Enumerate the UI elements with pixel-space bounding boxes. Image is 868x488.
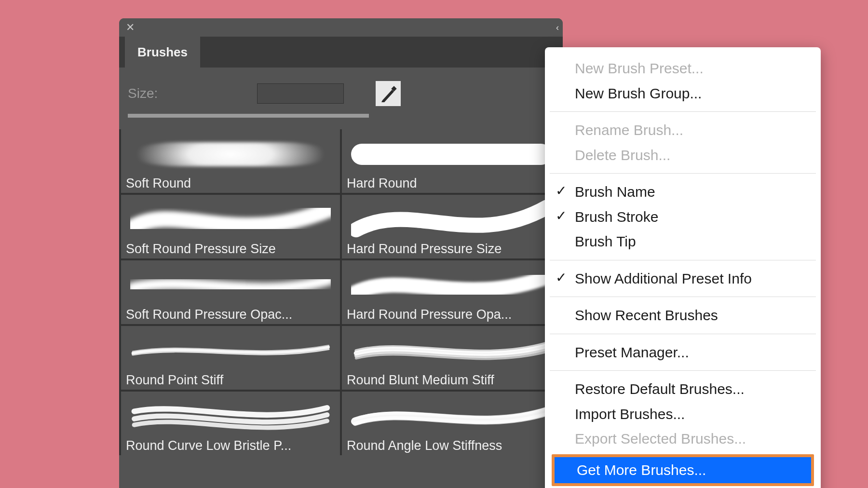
menu-item[interactable]: Show Additional Preset Info	[545, 266, 821, 291]
brush-label: Hard Round Pressure Size	[347, 242, 556, 257]
menu-separator	[550, 173, 816, 174]
menu-item[interactable]: Brush Name	[545, 179, 821, 204]
menu-item[interactable]: Preset Manager...	[545, 340, 821, 365]
menu-separator	[550, 334, 816, 334]
brush-stroke-preview	[126, 329, 335, 373]
brush-preset[interactable]: Round Blunt Medium Stiff	[342, 326, 561, 390]
brush-label: Hard Round Pressure Opa...	[347, 307, 556, 322]
menu-item: New Brush Preset...	[545, 56, 821, 81]
brush-preset[interactable]: Hard Round Pressure Opa...	[342, 260, 561, 324]
tab-label: Brushes	[137, 45, 188, 60]
menu-separator	[550, 370, 816, 371]
menu-item: Delete Brush...	[545, 143, 821, 168]
menu-separator	[550, 260, 816, 260]
brush-label: Hard Round	[347, 176, 556, 191]
menu-item-get-more-brushes[interactable]: Get More Brushes...	[555, 457, 811, 483]
menu-separator	[550, 111, 816, 112]
brush-label: Round Curve Low Bristle P...	[126, 438, 335, 453]
close-icon[interactable]: ✕	[126, 21, 135, 34]
brush-preset[interactable]: Soft Round Pressure Opac...	[121, 260, 340, 324]
brush-label: Round Point Stiff	[126, 373, 335, 388]
menu-item[interactable]: New Brush Group...	[545, 81, 821, 106]
brush-preset[interactable]: Round Point Stiff	[121, 326, 340, 390]
brush-label: Soft Round Pressure Opac...	[126, 307, 335, 322]
panel-topbar: ✕ ‹‹	[119, 18, 563, 37]
brushes-panel: ✕ ‹‹ Brushes ≡ Size: Soft RoundHard Roun…	[119, 18, 563, 488]
menu-item[interactable]: Restore Default Brushes...	[545, 377, 821, 402]
brush-stroke-preview	[347, 329, 556, 373]
brush-label: Soft Round	[126, 176, 335, 191]
brush-label: Soft Round Pressure Size	[126, 242, 335, 257]
brush-stroke-preview	[126, 263, 335, 307]
size-slider[interactable]	[128, 114, 369, 118]
brush-stroke-preview	[347, 198, 556, 242]
menu-item: Rename Brush...	[545, 118, 821, 143]
brush-stroke-preview	[126, 132, 335, 176]
brush-preset[interactable]: Soft Round	[121, 129, 340, 193]
size-label: Size:	[128, 86, 158, 101]
menu-item[interactable]: Brush Tip	[545, 229, 821, 254]
brush-stroke-preview	[126, 394, 335, 438]
menu-item: Export Selected Brushes...	[545, 426, 821, 451]
brush-preset[interactable]: Round Angle Low Stiffness	[342, 392, 561, 455]
brush-label: Round Blunt Medium Stiff	[347, 373, 556, 388]
brush-preset[interactable]: Soft Round Pressure Size	[121, 195, 340, 258]
brushes-panel-menu: New Brush Preset...New Brush Group...Ren…	[545, 47, 821, 488]
brush-preset[interactable]: Hard Round	[342, 129, 561, 193]
size-input[interactable]	[257, 83, 344, 104]
menu-item-highlight-frame: Get More Brushes...	[552, 454, 814, 486]
brush-grid: Soft RoundHard Round Soft Round Pressure…	[119, 129, 563, 455]
panel-tabbar: Brushes ≡	[119, 37, 563, 68]
tab-brushes[interactable]: Brushes	[125, 37, 200, 68]
brush-stroke-preview	[126, 198, 335, 242]
menu-item[interactable]: Brush Stroke	[545, 204, 821, 230]
brush-size-row: Size:	[119, 68, 563, 111]
brush-preset[interactable]: Hard Round Pressure Size	[342, 195, 561, 258]
brush-stroke-preview	[347, 394, 556, 438]
menu-item[interactable]: Import Brushes...	[545, 402, 821, 427]
menu-separator	[550, 297, 816, 297]
brush-stroke-preview	[347, 263, 556, 307]
menu-item[interactable]: Show Recent Brushes	[545, 303, 821, 328]
brush-stroke-preview	[347, 132, 556, 176]
brush-icon	[376, 81, 401, 106]
brush-preset[interactable]: Round Curve Low Bristle P...	[121, 392, 340, 455]
brush-label: Round Angle Low Stiffness	[347, 438, 556, 453]
brush-preview-toggle[interactable]	[376, 81, 401, 106]
